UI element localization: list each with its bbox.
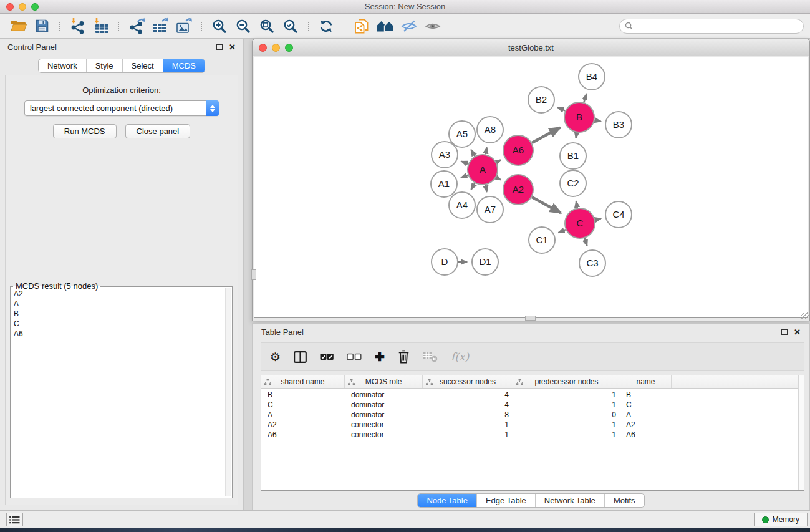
- open-session-icon[interactable]: [7, 16, 29, 36]
- refresh-view-icon[interactable]: [316, 16, 337, 36]
- zoom-fit-icon[interactable]: [256, 16, 277, 36]
- cell-shared-name: A6: [261, 430, 345, 439]
- close-table-panel-icon[interactable]: ✕: [794, 328, 801, 336]
- column-header-predecessor-nodes[interactable]: predecessor nodes: [513, 375, 620, 388]
- column-view-icon[interactable]: [294, 347, 307, 366]
- node-label-B: B: [576, 112, 582, 122]
- tab-motifs[interactable]: Motifs: [605, 494, 644, 507]
- dropdown-stepper-icon[interactable]: [206, 100, 219, 116]
- memory-button[interactable]: Memory: [754, 513, 808, 526]
- edge-C-C1[interactable]: [559, 230, 566, 233]
- node-label-B2: B2: [536, 94, 547, 105]
- edge-A-A7[interactable]: [486, 185, 487, 192]
- table-header-row: shared name MCDS role successor nodes pr…: [261, 375, 804, 389]
- search-field[interactable]: [619, 19, 804, 34]
- search-input[interactable]: [636, 22, 798, 31]
- import-network-icon[interactable]: [67, 16, 88, 36]
- navigator-handle-bottom[interactable]: [525, 316, 536, 321]
- delete-column-trash-icon[interactable]: [398, 347, 410, 366]
- float-table-panel-icon[interactable]: [781, 329, 788, 335]
- table-scrollbar[interactable]: [798, 375, 804, 490]
- run-mcds-button[interactable]: Run MCDS: [53, 124, 117, 138]
- edge-A-A2[interactable]: [496, 177, 501, 180]
- task-history-button[interactable]: [6, 513, 23, 526]
- tab-style[interactable]: Style: [87, 59, 123, 72]
- network-canvas[interactable]: AA1A2A3A4A5A6A7A8BB1B2B3B4CC1C2C3C4DD1: [254, 57, 808, 318]
- cell-successor-nodes: 8: [423, 410, 513, 419]
- edge-A-A1[interactable]: [461, 175, 468, 178]
- select-all-icon[interactable]: [320, 347, 334, 366]
- edge-A-A3[interactable]: [461, 162, 468, 164]
- tab-mcds[interactable]: MCDS: [163, 59, 205, 72]
- list-item[interactable]: B: [12, 309, 224, 319]
- column-header-name[interactable]: name: [620, 375, 672, 388]
- tab-edge-table[interactable]: Edge Table: [477, 494, 536, 507]
- task-list-icon: [9, 516, 20, 524]
- function-builder-icon[interactable]: f(x): [451, 347, 469, 366]
- hide-unselected-eye-icon[interactable]: [398, 16, 420, 36]
- edge-A2-C[interactable]: [532, 197, 561, 213]
- column-label: shared name: [281, 377, 324, 386]
- show-all-eye-icon[interactable]: [422, 16, 443, 36]
- home-layout-icon[interactable]: [375, 16, 396, 36]
- add-column-icon[interactable]: ✚: [375, 347, 385, 366]
- cell-name: A: [620, 410, 672, 419]
- cell-successor-nodes: 1: [423, 430, 513, 439]
- first-neighbors-icon[interactable]: [351, 16, 372, 36]
- delete-table-icon[interactable]: [423, 347, 438, 366]
- node-label-D1: D1: [479, 256, 491, 267]
- float-panel-icon[interactable]: [216, 44, 223, 50]
- edge-B-B4[interactable]: [584, 94, 586, 102]
- zoom-in-icon[interactable]: [209, 16, 230, 36]
- edge-C-C3[interactable]: [585, 238, 587, 246]
- cell-mcds-role: dominator: [345, 400, 423, 409]
- close-panel-icon[interactable]: ✕: [229, 43, 236, 51]
- column-header-successor-nodes[interactable]: successor nodes: [423, 375, 513, 388]
- edge-A6-B[interactable]: [532, 128, 560, 143]
- export-table-icon[interactable]: [150, 16, 171, 36]
- column-header-shared-name[interactable]: shared name: [261, 375, 345, 388]
- table-row[interactable]: A6 connector 1 1 A6: [261, 430, 804, 440]
- node-label-B1: B1: [567, 150, 579, 161]
- export-image-icon[interactable]: [173, 16, 195, 36]
- edge-B-B2[interactable]: [557, 107, 565, 111]
- table-row[interactable]: C dominator 4 1 C: [261, 400, 804, 410]
- import-table-icon[interactable]: [90, 16, 112, 36]
- zoom-selected-icon[interactable]: [280, 16, 301, 36]
- edge-C-C2[interactable]: [576, 201, 577, 208]
- node-table: shared name MCDS role successor nodes pr…: [261, 375, 804, 491]
- list-item[interactable]: A6: [12, 329, 224, 339]
- table-row[interactable]: B dominator 4 1 B: [261, 390, 804, 400]
- node-label-A1: A1: [438, 178, 450, 189]
- table-row[interactable]: A2 connector 1 1 A2: [261, 420, 804, 430]
- tab-node-table[interactable]: Node Table: [418, 494, 477, 507]
- zoom-out-icon[interactable]: [233, 16, 254, 36]
- criterion-dropdown[interactable]: largest connected component (directed): [24, 100, 219, 116]
- edge-A-A8[interactable]: [486, 148, 487, 155]
- attribute-type-icon: [348, 379, 355, 385]
- table-row[interactable]: A dominator 8 0 A: [261, 410, 804, 420]
- list-item[interactable]: A: [12, 299, 224, 309]
- edge-B-B1[interactable]: [576, 133, 577, 138]
- control-panel: Control Panel ✕ Network Style Select MCD…: [0, 39, 244, 510]
- list-item[interactable]: A2: [12, 289, 224, 299]
- column-header-mcds-role[interactable]: MCDS role: [345, 375, 423, 388]
- tab-select[interactable]: Select: [123, 59, 163, 72]
- tab-network-table[interactable]: Network Table: [536, 494, 605, 507]
- result-scrollbar[interactable]: [225, 288, 231, 496]
- table-settings-gear-icon[interactable]: ⚙: [270, 347, 281, 366]
- save-session-icon[interactable]: [31, 16, 52, 36]
- deselect-all-icon[interactable]: [347, 347, 362, 366]
- edge-C-C4[interactable]: [595, 218, 600, 220]
- navigator-handle-left[interactable]: [251, 269, 256, 280]
- tab-network[interactable]: Network: [39, 59, 87, 72]
- close-panel-button[interactable]: Close panel: [125, 124, 191, 138]
- edge-A-A6[interactable]: [496, 160, 501, 162]
- edge-A-A5[interactable]: [471, 150, 475, 156]
- node-label-A8: A8: [485, 124, 496, 135]
- edge-A-A4[interactable]: [471, 183, 475, 190]
- window-resize-grip[interactable]: [801, 312, 809, 320]
- edge-B-B3[interactable]: [595, 120, 601, 122]
- export-network-icon[interactable]: [126, 16, 147, 36]
- list-item[interactable]: C: [12, 319, 224, 329]
